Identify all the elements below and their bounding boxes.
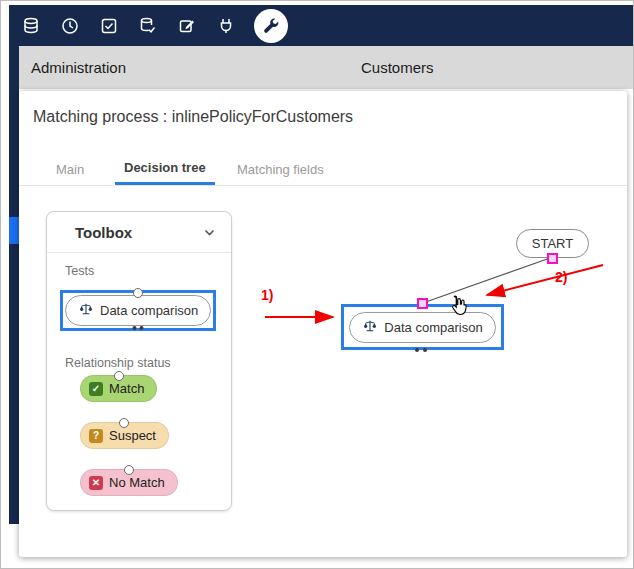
input-port[interactable]	[114, 371, 124, 381]
output-ports[interactable]	[415, 348, 427, 352]
suspect-question-icon: ?	[89, 429, 103, 443]
annotation-1: 1)	[261, 287, 273, 303]
tab-matching-fields[interactable]: Matching fields	[231, 153, 330, 185]
left-sidebar-strip	[9, 46, 19, 524]
annotation-arrow-2	[487, 265, 603, 295]
plug-icon[interactable]	[214, 14, 238, 38]
toolbox-item-data-comparison[interactable]: Data comparison	[60, 290, 216, 331]
toolbox-item-match[interactable]: ✓ Match	[80, 375, 157, 402]
section-label-relationship-status: Relationship status	[65, 356, 171, 370]
database-icon[interactable]	[19, 14, 43, 38]
input-port[interactable]	[133, 288, 143, 298]
connection-handle-node[interactable]	[417, 298, 428, 309]
note-edit-icon[interactable]	[175, 14, 199, 38]
connection-handle-start[interactable]	[547, 253, 558, 264]
nav-administration[interactable]: Administration	[31, 46, 126, 89]
edge-start-to-node	[423, 258, 550, 303]
matching-process-panel: Matching process : inlinePolicyForCustom…	[19, 91, 627, 557]
clock-icon[interactable]	[58, 14, 82, 38]
match-check-icon: ✓	[89, 382, 103, 396]
nav-customers[interactable]: Customers	[361, 46, 434, 89]
balance-scale-icon	[78, 301, 94, 320]
start-node-label: START	[532, 236, 573, 251]
input-port[interactable]	[119, 418, 129, 428]
chevron-down-icon[interactable]	[204, 223, 215, 241]
toolbox-item-suspect[interactable]: ? Suspect	[80, 422, 169, 449]
no-match-cross-icon: ✕	[89, 476, 103, 490]
section-nav-bar: Administration Customers	[9, 46, 633, 89]
toolbox-item-no-match[interactable]: ✕ No Match	[80, 469, 178, 496]
toolbox-title: Toolbox	[75, 224, 132, 241]
toolbox-item-label: Data comparison	[100, 303, 198, 318]
app-window: Administration Customers Matching proces…	[0, 0, 634, 569]
top-toolbar	[9, 5, 633, 46]
canvas-node-data-comparison[interactable]: Data comparison	[341, 304, 504, 350]
toolbox-item-label: Suspect	[109, 428, 156, 443]
section-label-tests: Tests	[65, 264, 94, 278]
toolbox-item-label: Match	[109, 381, 144, 396]
annotation-2: 2)	[555, 269, 567, 285]
tab-main[interactable]: Main	[52, 153, 88, 185]
page-title: Matching process : inlinePolicyForCustom…	[33, 108, 353, 126]
database-check-icon[interactable]	[136, 14, 160, 38]
tab-bar: Main Decision tree Matching fields	[19, 147, 627, 186]
canvas-node-label: Data comparison	[384, 320, 482, 335]
toolbox-item-label: No Match	[109, 475, 165, 490]
toolbox-header[interactable]: Toolbox	[47, 212, 231, 253]
sidebar-active-indicator	[9, 217, 19, 244]
tab-decision-tree[interactable]: Decision tree	[115, 153, 215, 185]
input-port[interactable]	[124, 465, 134, 475]
checkbox-icon[interactable]	[97, 14, 121, 38]
balance-scale-icon	[362, 318, 378, 337]
output-ports[interactable]	[133, 326, 144, 330]
toolbox-panel: Toolbox Tests Data comparison Relationsh…	[46, 211, 232, 511]
wrench-icon[interactable]	[254, 9, 288, 43]
